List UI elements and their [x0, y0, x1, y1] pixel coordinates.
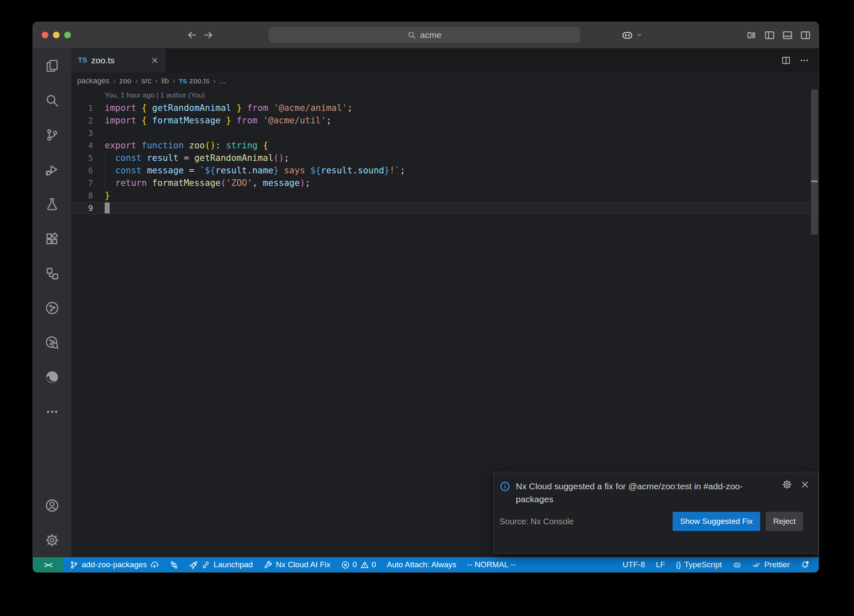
code-line-2[interactable]: 2import { formatMessage } from '@acme/ut… [71, 114, 819, 127]
auto-attach-status[interactable]: Auto Attach: Always [387, 560, 456, 569]
language-mode-status[interactable]: {} TypeScript [676, 560, 722, 569]
zoom-window-button[interactable] [64, 32, 71, 38]
command-center-search[interactable]: acme [269, 27, 580, 43]
testing-tab[interactable] [33, 187, 71, 221]
code-line-1[interactable]: 1import { getRandomAnimal } from '@acme/… [71, 102, 819, 114]
nx-cloud-fix-label: Nx Cloud AI Fix [276, 560, 330, 569]
code-line-6[interactable]: 6 const message = `${result.name} says $… [71, 164, 819, 177]
settings-button[interactable] [33, 523, 71, 557]
line-number: 5 [71, 152, 93, 164]
reject-button[interactable]: Reject [766, 512, 803, 531]
search-icon [407, 31, 416, 40]
git-branch-status[interactable]: add-zoo-packages [70, 560, 159, 569]
more-views-button[interactable] [33, 394, 71, 429]
breadcrumb-separator: › [113, 77, 116, 85]
code-line-5[interactable]: 5 const result = getRandomAnimal(); [71, 152, 819, 164]
warning-icon [360, 561, 369, 569]
close-window-button[interactable] [42, 32, 48, 38]
problems-status[interactable]: 0 0 [341, 560, 376, 569]
breadcrumb-item[interactable]: lib [161, 77, 169, 85]
customize-layout-icon[interactable] [746, 30, 757, 41]
breadcrumb-item[interactable]: zoo [119, 77, 131, 85]
titlebar: acme [33, 22, 819, 48]
scrollbar-thumb[interactable] [811, 90, 818, 235]
git-blame-annotation: You, 1 hour ago | 1 author (You) [71, 89, 819, 102]
linked-squares-icon [45, 266, 59, 280]
accounts-button[interactable] [33, 488, 71, 523]
copilot-menu[interactable] [621, 22, 643, 48]
edge-tools-tab[interactable] [33, 360, 71, 394]
launchpad-label: Launchpad [214, 560, 253, 569]
code-line-4[interactable]: 4export function zoo(): string { [71, 139, 819, 152]
auto-attach-label: Auto Attach: Always [387, 560, 456, 569]
line-number: 4 [71, 139, 93, 152]
bell-icon [801, 561, 809, 569]
compare-changes-status[interactable] [170, 561, 178, 569]
explorer-tab[interactable] [33, 48, 71, 83]
code-line-3[interactable]: 3 [71, 127, 819, 139]
warning-count: 0 [372, 560, 376, 569]
line-number: 2 [71, 114, 93, 127]
double-check-icon [752, 561, 761, 569]
show-suggested-fix-button[interactable]: Show Suggested Fix [673, 512, 760, 531]
nx-cloud-fix-status[interactable]: Nx Cloud AI Fix [264, 560, 330, 569]
rocket-icon [189, 561, 198, 569]
more-actions-icon[interactable] [799, 55, 809, 65]
code-text: export function zoo(): string { [93, 139, 268, 152]
source-control-tab[interactable] [33, 118, 71, 152]
braces-icon: {} [676, 561, 681, 569]
code-line-8[interactable]: 8} [71, 189, 819, 202]
branch-icon [70, 561, 78, 569]
link-icon [201, 561, 210, 569]
tab-zoo-ts[interactable]: TS zoo.ts [71, 48, 166, 73]
toggle-panel-icon[interactable] [782, 30, 793, 41]
back-icon[interactable] [186, 30, 197, 40]
launchpad-status[interactable]: Launchpad [189, 560, 253, 569]
notifications-status[interactable] [801, 561, 809, 569]
notification-settings-gear-icon[interactable] [782, 480, 792, 489]
breadcrumb-item[interactable]: src [141, 77, 151, 85]
debug-icon [45, 163, 59, 177]
cloud-upload-icon [150, 561, 159, 569]
toggle-secondary-sidebar-icon[interactable] [800, 30, 811, 41]
close-tab-icon[interactable] [151, 56, 159, 65]
minimize-window-button[interactable] [53, 32, 60, 38]
gear-icon [45, 533, 59, 547]
references-tab[interactable] [33, 256, 71, 290]
code-line-9[interactable]: 9 [71, 202, 819, 214]
breadcrumb-item[interactable]: ... [219, 77, 226, 85]
formatter-status[interactable]: Prettier [752, 560, 790, 569]
notification-close-icon[interactable] [800, 480, 810, 489]
run-debug-tab[interactable] [33, 152, 71, 187]
split-editor-icon[interactable] [781, 55, 791, 65]
code-lines: 1import { getRandomAnimal } from '@acme/… [71, 102, 819, 214]
encoding-status[interactable]: UTF-8 [623, 560, 645, 569]
tab-bar: TS zoo.ts [71, 48, 819, 73]
branch-name: add-zoo-packages [82, 560, 147, 569]
eol-status[interactable]: LF [656, 560, 665, 569]
forward-icon[interactable] [203, 30, 214, 40]
extensions-tab[interactable] [33, 221, 71, 256]
search-tab[interactable] [33, 83, 71, 118]
code-text: } [93, 189, 110, 202]
breadcrumb-item[interactable]: TSzoo.ts [179, 77, 209, 85]
toggle-primary-sidebar-icon[interactable] [764, 30, 775, 41]
nx-cloud-tab[interactable] [33, 325, 71, 360]
nx-console-tab[interactable] [33, 290, 71, 325]
breadcrumb-item[interactable]: packages [77, 77, 109, 85]
copilot-status[interactable] [733, 561, 741, 569]
overview-ruler-cursor-marker [811, 180, 818, 182]
error-icon [341, 561, 350, 569]
code-text: import { getRandomAnimal } from '@acme/a… [93, 102, 352, 114]
beaker-icon [45, 197, 59, 211]
remote-indicator[interactable]: >< [33, 557, 63, 572]
edge-browser-icon [45, 370, 59, 384]
copilot-icon [621, 29, 634, 42]
search-icon [45, 93, 59, 108]
vim-mode-status[interactable]: -- NORMAL -- [467, 560, 515, 569]
breadcrumb: packages›zoo›src›lib›TSzoo.ts›... [71, 73, 819, 89]
tab-label: zoo.ts [91, 55, 115, 65]
window-controls [33, 32, 71, 38]
activity-bar [33, 48, 71, 557]
code-line-7[interactable]: 7 return formatMessage('ZOO', message); [71, 177, 819, 189]
